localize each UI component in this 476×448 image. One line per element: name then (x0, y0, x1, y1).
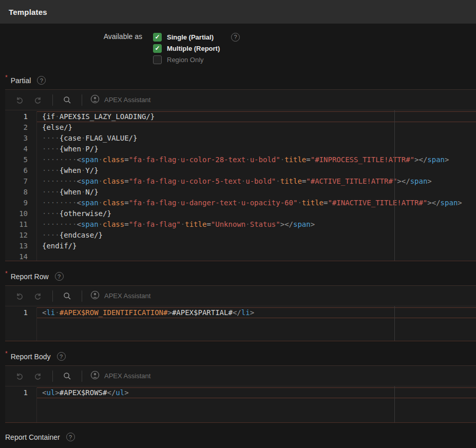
code-line: ········<span·class="fa·fa-flag·u-color-… (37, 176, 476, 187)
search-button[interactable] (58, 288, 77, 304)
person-icon (90, 290, 100, 301)
code-line: <ul>#APEX$ROWS#</ul> (37, 387, 476, 398)
line-number: 14 (5, 251, 28, 261)
available-as-option-region-only: Region Only (153, 54, 240, 65)
available-as-label: Available as (0, 31, 142, 65)
code-content: <ul>#APEX$ROWS#</ul> (37, 387, 476, 422)
checkbox-region-only[interactable] (153, 55, 162, 64)
undo-button[interactable] (10, 92, 29, 108)
apex-assistant-button[interactable]: APEX Assistant (87, 290, 154, 301)
report-container-label-row: Report Container ? (5, 433, 476, 441)
ruler-line (394, 386, 395, 422)
ruler-line (394, 306, 395, 341)
undo-button[interactable] (10, 288, 29, 304)
partial-editor: APEX Assistant1234567891011121314{if·APE… (5, 89, 476, 261)
line-number: 5 (5, 154, 28, 165)
partial-label: Partial (11, 76, 31, 85)
code-line: ········<span·class="fa·fa-flag·u-color-… (37, 154, 476, 165)
line-number: 4 (5, 144, 28, 154)
search-button[interactable] (58, 92, 77, 108)
page-title: Templates (9, 8, 47, 16)
required-asterisk: * (5, 74, 8, 81)
code-line: ····{endcase/} (37, 230, 476, 241)
apex-assistant-label: APEX Assistant (104, 292, 150, 300)
report-body-code-area[interactable]: 1<ul>#APEX$ROWS#</ul> (5, 386, 476, 422)
help-icon[interactable]: ? (66, 433, 75, 441)
report-row-toolbar: APEX Assistant (5, 286, 476, 306)
redo-button[interactable] (29, 92, 47, 108)
report-container-label: Report Container (5, 433, 60, 441)
line-number-gutter: 1 (5, 307, 37, 341)
ruler-line (394, 110, 395, 261)
check-icon: ✓ (155, 34, 160, 40)
help-icon[interactable]: ? (57, 352, 66, 361)
help-icon[interactable]: ? (55, 272, 64, 281)
search-button[interactable] (58, 368, 77, 384)
help-icon[interactable]: ? (37, 76, 46, 85)
page-header: Templates (0, 0, 476, 24)
line-number: 3 (5, 133, 28, 144)
person-icon (90, 94, 100, 105)
code-line: {endif/} (37, 241, 476, 251)
partial-toolbar: APEX Assistant (5, 90, 476, 110)
code-line: ········<span·class="fa·fa-flag·u-danger… (37, 198, 476, 208)
toolbar-separator (82, 94, 82, 106)
redo-button[interactable] (29, 288, 47, 304)
checkbox-single-partial[interactable]: ✓ (153, 33, 162, 42)
checkbox-label[interactable]: Multiple (Report) (167, 45, 220, 52)
code-line: ········<span·class="fa·fa-flag"·title="… (37, 219, 476, 230)
report-body-editor: APEX Assistant1<ul>#APEX$ROWS#</ul> (5, 365, 476, 423)
line-number: 10 (5, 208, 28, 219)
report-row-editor: APEX Assistant1<li·#APEX$ROW_IDENTIFICAT… (5, 285, 476, 341)
toolbar-separator (52, 371, 53, 382)
line-number-gutter: 1 (5, 387, 37, 422)
line-number: 1 (5, 111, 28, 122)
line-number: 1 (5, 307, 28, 318)
undo-button[interactable] (10, 368, 29, 384)
line-number: 12 (5, 230, 28, 241)
toolbar-separator (52, 94, 53, 106)
line-number-gutter: 1234567891011121314 (5, 111, 37, 261)
code-line: ····{case·FLAG_VALUE/} (37, 133, 476, 144)
line-number: 11 (5, 219, 28, 230)
apex-assistant-button[interactable]: APEX Assistant (87, 94, 154, 105)
checkbox-multiple-report[interactable]: ✓ (153, 44, 162, 53)
template-editors: *Partial?APEX Assistant12345678910111213… (0, 76, 476, 423)
available-as-option-single-partial: ✓Single (Partial)? (153, 31, 240, 43)
toolbar-separator (82, 371, 82, 382)
code-line: {else/} (37, 122, 476, 133)
line-number: 2 (5, 122, 28, 133)
report-row-label: Report Row (11, 272, 49, 281)
line-number: 8 (5, 187, 28, 198)
apex-assistant-label: APEX Assistant (104, 372, 150, 380)
line-number: 13 (5, 241, 28, 251)
report-row-code-area[interactable]: 1<li·#APEX$ROW_IDENTIFICATION#>#APEX$PAR… (5, 306, 476, 341)
checkbox-label[interactable]: Single (Partial) (167, 33, 214, 41)
report-body-label: Report Body (11, 353, 51, 361)
line-number: 7 (5, 176, 28, 187)
code-line: ····{when·P/} (37, 144, 476, 154)
code-line: ····{when·N/} (37, 187, 476, 198)
code-line: ····{when·Y/} (37, 165, 476, 176)
available-as-options: ✓Single (Partial)?✓Multiple (Report)Regi… (153, 31, 240, 65)
code-line: ····{otherwise/} (37, 208, 476, 219)
partial-code-area[interactable]: 1234567891011121314{if·APEX$IS_LAZY_LOAD… (5, 110, 476, 261)
checkbox-label[interactable]: Region Only (167, 56, 204, 64)
code-content: <li·#APEX$ROW_IDENTIFICATION#>#APEX$PART… (37, 307, 476, 341)
partial-label-row: *Partial? (5, 76, 476, 85)
line-number: 9 (5, 198, 28, 208)
apex-assistant-button[interactable]: APEX Assistant (87, 371, 154, 381)
redo-button[interactable] (29, 368, 47, 384)
code-line (37, 251, 476, 261)
available-as-section: Available as ✓Single (Partial)?✓Multiple… (0, 31, 476, 65)
required-asterisk: * (5, 350, 8, 357)
report-body-toolbar: APEX Assistant (5, 366, 476, 386)
person-icon (90, 371, 100, 381)
help-icon[interactable]: ? (231, 33, 240, 42)
report-row-label-row: *Report Row? (5, 272, 476, 281)
toolbar-separator (52, 290, 53, 302)
toolbar-separator (82, 290, 82, 302)
report-body-label-row: *Report Body? (5, 352, 476, 361)
required-asterisk: * (5, 270, 8, 277)
code-content: {if·APEX$IS_LAZY_LOADING/}{else/}····{ca… (37, 111, 476, 261)
